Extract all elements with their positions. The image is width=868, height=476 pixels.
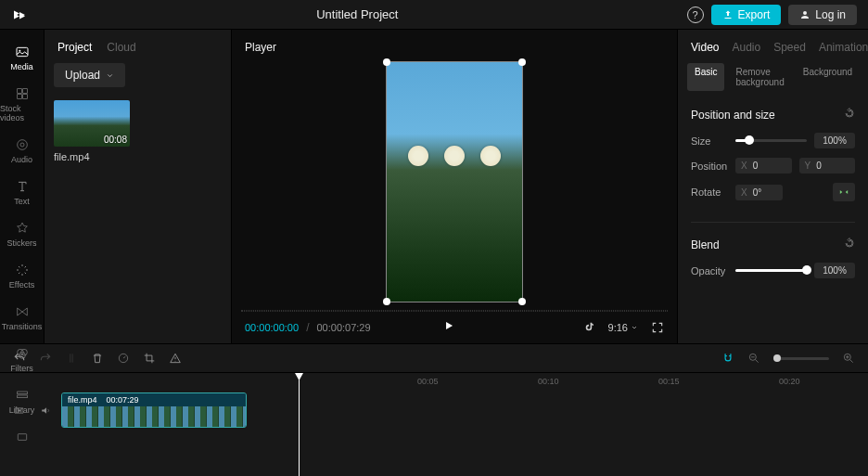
zoom-in-button[interactable] xyxy=(842,352,855,365)
tab-video[interactable]: Video xyxy=(691,41,719,54)
section-blend: Blend xyxy=(691,238,720,251)
fullscreen-icon[interactable] xyxy=(651,321,664,334)
sidebar-item-text[interactable]: Text xyxy=(0,172,44,213)
app-logo xyxy=(11,6,28,23)
tiktok-icon[interactable] xyxy=(583,321,595,333)
svg-rect-2 xyxy=(17,89,21,94)
svg-point-7 xyxy=(20,143,24,147)
sidebar-item-media[interactable]: Media xyxy=(0,37,44,79)
size-value[interactable]: 100% xyxy=(814,133,855,148)
sidebar-item-transitions[interactable]: Transitions xyxy=(0,297,44,339)
subtab-remove-bg[interactable]: Remove background xyxy=(728,63,791,91)
tab-project[interactable]: Project xyxy=(57,41,92,54)
media-item[interactable]: 00:08 file.mp4 xyxy=(54,100,130,162)
tab-cloud[interactable]: Cloud xyxy=(107,41,135,54)
reset-blend-icon[interactable] xyxy=(844,238,855,251)
delete-button[interactable] xyxy=(91,352,104,365)
media-filename: file.mp4 xyxy=(54,151,130,162)
resize-handle-tl[interactable] xyxy=(383,58,390,66)
sidebar-item-stickers[interactable]: Stickers xyxy=(0,213,44,255)
opacity-label: Opacity xyxy=(691,265,728,277)
play-button[interactable] xyxy=(442,319,455,335)
svg-rect-3 xyxy=(22,89,27,94)
magnet-button[interactable] xyxy=(721,352,734,365)
chevron-down-icon xyxy=(106,71,114,80)
crop-button[interactable] xyxy=(143,352,156,365)
main-track-icon[interactable] xyxy=(13,405,25,417)
position-label: Position xyxy=(691,161,728,172)
svg-point-6 xyxy=(17,140,27,150)
position-x-input[interactable]: X0 xyxy=(735,158,792,174)
svg-rect-0 xyxy=(17,47,28,56)
size-slider[interactable] xyxy=(735,139,807,142)
timeline-ruler[interactable]: 00:05 00:10 00:15 00:20 xyxy=(0,373,868,392)
rotate-input[interactable]: X0° xyxy=(735,185,783,200)
timecode-total: 00:00:07:29 xyxy=(316,322,370,333)
resize-handle-br[interactable] xyxy=(518,298,526,305)
playhead[interactable] xyxy=(299,373,300,476)
redo-button[interactable] xyxy=(39,352,52,365)
zoom-out-button[interactable] xyxy=(747,352,760,365)
login-button[interactable]: Log in xyxy=(788,5,857,25)
resize-handle-bl[interactable] xyxy=(383,298,390,305)
split-button[interactable] xyxy=(65,352,78,365)
help-icon[interactable]: ? xyxy=(687,6,704,23)
subtab-basic[interactable]: Basic xyxy=(687,63,724,91)
undo-button[interactable] xyxy=(13,352,26,365)
clip-name: file.mp4 xyxy=(68,395,97,405)
opacity-slider[interactable] xyxy=(735,269,807,272)
clip-frames xyxy=(62,406,246,427)
tab-animation[interactable]: Animation xyxy=(819,41,868,54)
resize-handle-tr[interactable] xyxy=(518,58,526,66)
player-title: Player xyxy=(232,30,677,61)
flip-button[interactable] xyxy=(833,183,855,201)
media-thumbnail[interactable]: 00:08 xyxy=(54,100,130,147)
zoom-slider[interactable] xyxy=(773,357,829,360)
sidebar-item-audio[interactable]: Audio xyxy=(0,130,44,172)
position-y-input[interactable]: Y0 xyxy=(799,158,856,174)
size-label: Size xyxy=(691,135,728,147)
section-position-size: Position and size xyxy=(691,109,775,122)
aspect-ratio-selector[interactable]: 9:16 xyxy=(608,322,638,333)
tab-audio[interactable]: Audio xyxy=(732,41,760,54)
opacity-value[interactable]: 100% xyxy=(814,263,855,278)
reset-position-icon[interactable] xyxy=(844,108,855,122)
svg-rect-5 xyxy=(22,95,27,99)
sidebar-item-effects[interactable]: Effects xyxy=(0,255,44,297)
sidebar-item-stock[interactable]: Stock videos xyxy=(0,79,44,130)
speed-button[interactable] xyxy=(117,352,130,365)
media-duration: 00:08 xyxy=(104,135,127,145)
rotate-label: Rotate xyxy=(691,187,728,198)
svg-rect-4 xyxy=(17,95,21,99)
timecode-current: 00:00:00:00 xyxy=(245,322,299,333)
mute-track-icon[interactable] xyxy=(40,405,52,417)
login-label: Log in xyxy=(815,8,846,21)
timeline-clip[interactable]: file.mp400:07:29 xyxy=(61,392,247,428)
project-title: Untitled Project xyxy=(28,7,687,21)
tab-speed[interactable]: Speed xyxy=(773,41,806,54)
video-canvas[interactable] xyxy=(386,61,523,302)
export-button[interactable]: Export xyxy=(711,5,782,25)
warning-icon[interactable] xyxy=(169,352,182,365)
subtab-background[interactable]: Background xyxy=(796,63,860,91)
upload-button[interactable]: Upload xyxy=(54,63,125,87)
export-label: Export xyxy=(738,8,771,21)
clip-duration: 00:07:29 xyxy=(107,395,139,405)
svg-point-1 xyxy=(19,50,20,52)
